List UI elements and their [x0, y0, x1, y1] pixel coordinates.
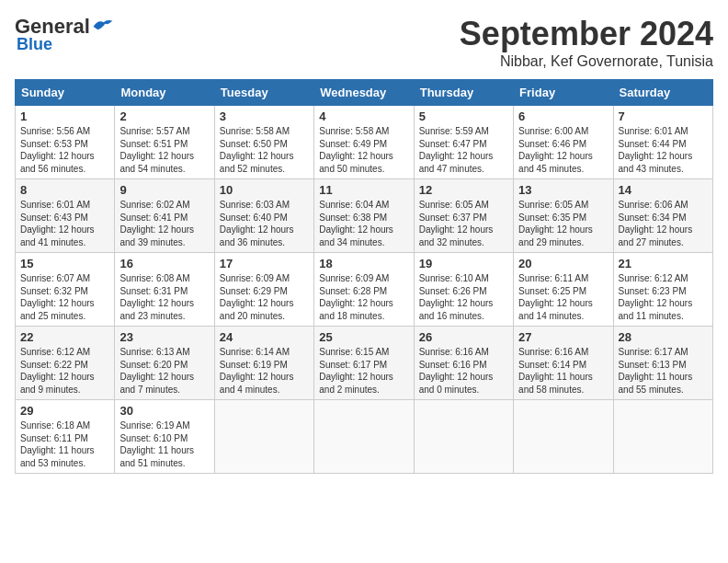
day-number: 30: [119, 404, 209, 418]
day-info: Sunrise: 6:13 AM Sunset: 6:20 PM Dayligh…: [119, 346, 209, 396]
calendar-cell: 30Sunrise: 6:19 AM Sunset: 6:10 PM Dayli…: [115, 400, 214, 474]
weekday-header-cell: Sunday: [16, 80, 115, 106]
day-info: Sunrise: 6:07 AM Sunset: 6:32 PM Dayligh…: [20, 272, 109, 322]
calendar-cell: 20Sunrise: 6:11 AM Sunset: 6:25 PM Dayli…: [514, 253, 613, 327]
day-info: Sunrise: 6:04 AM Sunset: 6:38 PM Dayligh…: [319, 199, 408, 248]
day-number: 4: [319, 109, 408, 123]
day-number: 27: [518, 330, 608, 344]
day-number: 17: [220, 257, 309, 270]
day-number: 10: [220, 183, 309, 197]
calendar-cell: 15Sunrise: 6:07 AM Sunset: 6:32 PM Dayli…: [16, 253, 115, 327]
day-info: Sunrise: 6:09 AM Sunset: 6:28 PM Dayligh…: [319, 272, 408, 322]
location-title: Nibbar, Kef Governorate, Tunisia: [460, 53, 713, 70]
calendar-cell: 10Sunrise: 6:03 AM Sunset: 6:40 PM Dayli…: [214, 179, 313, 253]
day-info: Sunrise: 6:09 AM Sunset: 6:29 PM Dayligh…: [220, 272, 309, 322]
calendar-cell: 23Sunrise: 6:13 AM Sunset: 6:20 PM Dayli…: [115, 327, 214, 400]
calendar-cell: 3Sunrise: 5:58 AM Sunset: 6:50 PM Daylig…: [214, 106, 313, 179]
title-area: September 2024 Nibbar, Kef Governorate, …: [460, 15, 713, 70]
day-number: 15: [20, 257, 109, 270]
day-number: 28: [619, 330, 708, 344]
calendar-week-row: 8Sunrise: 6:01 AM Sunset: 6:43 PM Daylig…: [16, 179, 713, 253]
day-info: Sunrise: 5:59 AM Sunset: 6:47 PM Dayligh…: [419, 125, 508, 175]
day-info: Sunrise: 6:02 AM Sunset: 6:41 PM Dayligh…: [119, 199, 209, 248]
day-number: 18: [319, 257, 408, 270]
calendar-cell: 27Sunrise: 6:16 AM Sunset: 6:14 PM Dayli…: [514, 327, 613, 400]
day-number: 5: [419, 109, 508, 123]
calendar-cell: [314, 400, 414, 474]
weekday-header-cell: Monday: [115, 80, 214, 106]
day-info: Sunrise: 6:14 AM Sunset: 6:19 PM Dayligh…: [220, 346, 309, 396]
calendar-cell: [514, 400, 613, 474]
calendar-cell: 4Sunrise: 5:58 AM Sunset: 6:49 PM Daylig…: [314, 106, 414, 179]
day-info: Sunrise: 6:12 AM Sunset: 6:22 PM Dayligh…: [20, 346, 109, 396]
calendar-cell: [214, 400, 313, 474]
day-number: 29: [20, 404, 109, 418]
day-info: Sunrise: 5:57 AM Sunset: 6:51 PM Dayligh…: [119, 125, 209, 175]
day-info: Sunrise: 6:15 AM Sunset: 6:17 PM Dayligh…: [319, 346, 408, 396]
logo-blue-text: Blue: [17, 35, 52, 54]
day-info: Sunrise: 6:17 AM Sunset: 6:13 PM Dayligh…: [619, 346, 708, 396]
day-number: 8: [20, 183, 109, 197]
day-info: Sunrise: 6:12 AM Sunset: 6:23 PM Dayligh…: [619, 272, 708, 322]
day-info: Sunrise: 5:58 AM Sunset: 6:50 PM Dayligh…: [220, 125, 309, 175]
day-info: Sunrise: 6:16 AM Sunset: 6:14 PM Dayligh…: [518, 346, 608, 396]
weekday-header-cell: Wednesday: [314, 80, 414, 106]
calendar-cell: 6Sunrise: 6:00 AM Sunset: 6:46 PM Daylig…: [514, 106, 613, 179]
calendar-cell: 18Sunrise: 6:09 AM Sunset: 6:28 PM Dayli…: [314, 253, 414, 327]
day-number: 7: [619, 109, 708, 123]
day-info: Sunrise: 6:11 AM Sunset: 6:25 PM Dayligh…: [518, 272, 608, 322]
calendar-cell: 2Sunrise: 5:57 AM Sunset: 6:51 PM Daylig…: [115, 106, 214, 179]
day-info: Sunrise: 6:05 AM Sunset: 6:37 PM Dayligh…: [419, 199, 508, 248]
logo-bird-icon: [92, 17, 114, 36]
calendar-cell: 7Sunrise: 6:01 AM Sunset: 6:44 PM Daylig…: [613, 106, 712, 179]
day-info: Sunrise: 6:01 AM Sunset: 6:43 PM Dayligh…: [20, 199, 109, 248]
header: General Blue September 2024 Nibbar, Kef …: [15, 15, 713, 70]
calendar-cell: 8Sunrise: 6:01 AM Sunset: 6:43 PM Daylig…: [16, 179, 115, 253]
calendar-cell: 17Sunrise: 6:09 AM Sunset: 6:29 PM Dayli…: [214, 253, 313, 327]
day-number: 26: [419, 330, 508, 344]
calendar-cell: 1Sunrise: 5:56 AM Sunset: 6:53 PM Daylig…: [16, 106, 115, 179]
day-number: 25: [319, 330, 408, 344]
calendar-cell: 11Sunrise: 6:04 AM Sunset: 6:38 PM Dayli…: [314, 179, 414, 253]
day-info: Sunrise: 6:08 AM Sunset: 6:31 PM Dayligh…: [119, 272, 209, 322]
logo: General Blue: [15, 15, 114, 54]
day-info: Sunrise: 6:05 AM Sunset: 6:35 PM Dayligh…: [518, 199, 608, 248]
day-number: 19: [419, 257, 508, 270]
calendar-table: SundayMondayTuesdayWednesdayThursdayFrid…: [15, 79, 713, 474]
day-number: 13: [518, 183, 608, 197]
day-info: Sunrise: 5:58 AM Sunset: 6:49 PM Dayligh…: [319, 125, 408, 175]
day-number: 9: [119, 183, 209, 197]
weekday-header-cell: Thursday: [414, 80, 513, 106]
weekday-header-row: SundayMondayTuesdayWednesdayThursdayFrid…: [16, 80, 713, 106]
day-number: 23: [119, 330, 209, 344]
calendar-cell: 14Sunrise: 6:06 AM Sunset: 6:34 PM Dayli…: [613, 179, 712, 253]
day-info: Sunrise: 6:00 AM Sunset: 6:46 PM Dayligh…: [518, 125, 608, 175]
calendar-cell: 16Sunrise: 6:08 AM Sunset: 6:31 PM Dayli…: [115, 253, 214, 327]
calendar-week-row: 15Sunrise: 6:07 AM Sunset: 6:32 PM Dayli…: [16, 253, 713, 327]
day-number: 14: [619, 183, 708, 197]
weekday-header-cell: Friday: [514, 80, 613, 106]
day-number: 3: [220, 109, 309, 123]
calendar-cell: 9Sunrise: 6:02 AM Sunset: 6:41 PM Daylig…: [115, 179, 214, 253]
calendar-cell: 28Sunrise: 6:17 AM Sunset: 6:13 PM Dayli…: [613, 327, 712, 400]
day-number: 12: [419, 183, 508, 197]
calendar-cell: 24Sunrise: 6:14 AM Sunset: 6:19 PM Dayli…: [214, 327, 313, 400]
day-info: Sunrise: 6:06 AM Sunset: 6:34 PM Dayligh…: [619, 199, 708, 248]
calendar-cell: 19Sunrise: 6:10 AM Sunset: 6:26 PM Dayli…: [414, 253, 513, 327]
day-info: Sunrise: 6:10 AM Sunset: 6:26 PM Dayligh…: [419, 272, 508, 322]
day-number: 2: [119, 109, 209, 123]
day-info: Sunrise: 6:19 AM Sunset: 6:10 PM Dayligh…: [119, 419, 209, 469]
weekday-header-cell: Saturday: [613, 80, 712, 106]
calendar-cell: 22Sunrise: 6:12 AM Sunset: 6:22 PM Dayli…: [16, 327, 115, 400]
calendar-cell: 29Sunrise: 6:18 AM Sunset: 6:11 PM Dayli…: [16, 400, 115, 474]
day-number: 11: [319, 183, 408, 197]
calendar-cell: 25Sunrise: 6:15 AM Sunset: 6:17 PM Dayli…: [314, 327, 414, 400]
day-number: 16: [119, 257, 209, 270]
day-number: 24: [220, 330, 309, 344]
weekday-header-cell: Tuesday: [214, 80, 313, 106]
calendar-cell: [613, 400, 712, 474]
calendar-body: 1Sunrise: 5:56 AM Sunset: 6:53 PM Daylig…: [16, 106, 713, 474]
day-info: Sunrise: 6:16 AM Sunset: 6:16 PM Dayligh…: [419, 346, 508, 396]
day-number: 6: [518, 109, 608, 123]
day-info: Sunrise: 6:01 AM Sunset: 6:44 PM Dayligh…: [619, 125, 708, 175]
